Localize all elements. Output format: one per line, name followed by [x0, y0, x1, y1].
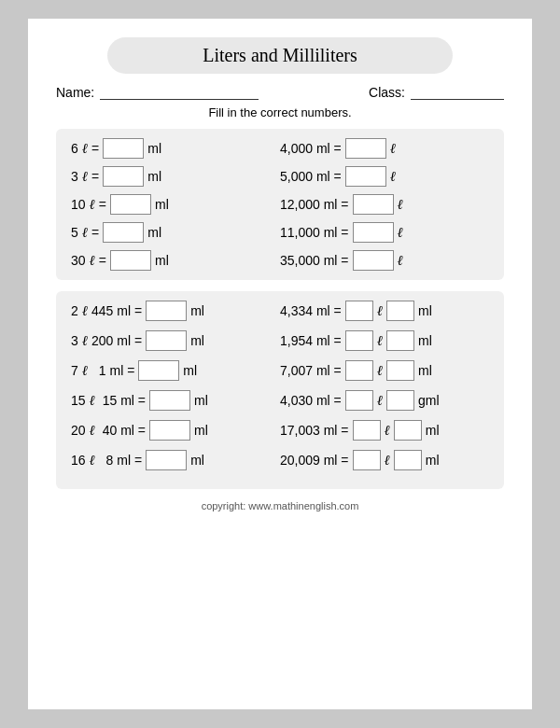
- left-col: 7 ℓ 1 ml = ml: [71, 360, 280, 381]
- left-col: 20 ℓ 40 ml = ml: [71, 420, 280, 441]
- name-field[interactable]: [100, 85, 259, 100]
- s2r1-right-ans1[interactable]: [345, 301, 373, 321]
- s2r4-right-ans2[interactable]: [386, 390, 414, 411]
- s1r2-right-ell: ℓ: [390, 169, 396, 185]
- s2r5-right-ans1[interactable]: [353, 420, 381, 441]
- s1r2-left-answer[interactable]: [103, 166, 144, 187]
- s2r2-right-ans2[interactable]: [386, 330, 414, 351]
- right-col: 20,009 ml = ℓ ml: [280, 450, 489, 470]
- right-col: 17,003 ml = ℓ ml: [280, 420, 489, 441]
- s2r3-right-ans1[interactable]: [345, 360, 373, 381]
- s2r1-right-ans2[interactable]: [386, 301, 414, 321]
- s2r4-left-answer[interactable]: [149, 390, 190, 411]
- left-col: 15 ℓ 15 ml = ml: [71, 390, 280, 411]
- s2r4-left-pre2: 15 ml =: [99, 393, 146, 408]
- title: Liters and Milliliters: [203, 45, 357, 65]
- s1r2-left-ell: ℓ: [82, 169, 88, 185]
- s2r5-right-pre: 17,003 ml =: [280, 423, 349, 438]
- s2r1-right-pre: 4,334 ml =: [280, 303, 342, 318]
- table-row: 16 ℓ 8 ml = ml 20,009 ml = ℓ ml: [71, 450, 489, 470]
- s2r6-left-suffix: ml: [190, 453, 204, 468]
- table-row: 10 ℓ = ml 12,000 ml = ℓ: [71, 194, 489, 215]
- s1r3-left-ell: ℓ: [90, 197, 95, 213]
- s2r3-left-answer[interactable]: [138, 360, 179, 381]
- right-col: 4,000 ml = ℓ: [280, 138, 489, 159]
- table-row: 15 ℓ 15 ml = ml 4,030 ml = ℓ gml: [71, 390, 489, 411]
- s1r1-left-ell: ℓ: [82, 141, 88, 157]
- table-row: 30 ℓ = ml 35,000 ml = ℓ: [71, 250, 489, 271]
- left-col: 16 ℓ 8 ml = ml: [71, 450, 280, 470]
- s2r1-left-ell: ℓ: [82, 303, 88, 319]
- s1r3-left-answer[interactable]: [110, 194, 151, 215]
- s2r2-left-pre1: 3: [71, 333, 78, 348]
- s1r4-left-eq: =: [91, 225, 99, 240]
- left-col: 2 ℓ 445 ml = ml: [71, 301, 280, 321]
- s2r5-left-answer[interactable]: [149, 420, 190, 441]
- left-col: 10 ℓ = ml: [71, 194, 280, 215]
- s2r6-left-ell: ℓ: [90, 453, 95, 469]
- name-class-row: Name: Class:: [56, 85, 504, 100]
- s2r6-right-ans1[interactable]: [353, 450, 381, 470]
- class-label: Class:: [369, 85, 405, 100]
- s2r4-right-ell: ℓ: [377, 393, 383, 409]
- s2r1-right-ell: ℓ: [377, 303, 383, 319]
- s1r2-right-prefix: 5,000 ml =: [280, 169, 342, 184]
- s2r4-left-ell: ℓ: [90, 393, 95, 409]
- s1r5-right-prefix: 35,000 ml =: [280, 253, 349, 268]
- s1r4-right-answer[interactable]: [353, 222, 394, 243]
- s2r1-left-suffix: ml: [190, 303, 204, 318]
- s1r4-left-suffix: ml: [147, 225, 161, 240]
- s2r4-left-suffix: ml: [194, 393, 208, 408]
- s2r5-left-pre1: 20: [71, 423, 86, 438]
- s1r3-right-answer[interactable]: [353, 194, 394, 215]
- s2r2-right-pre: 1,954 ml =: [280, 333, 342, 348]
- s1r4-left-prefix: 5: [71, 225, 78, 240]
- s2r5-right-ans2[interactable]: [394, 420, 422, 441]
- s2r5-left-suffix: ml: [194, 423, 208, 438]
- s1r2-left-prefix: 3: [71, 169, 78, 184]
- s2r4-right-ans1[interactable]: [345, 390, 373, 411]
- s1r1-left-eq: =: [91, 141, 99, 156]
- class-field[interactable]: [411, 85, 504, 100]
- s1r5-right-ell: ℓ: [398, 253, 403, 269]
- s2r6-left-pre2: 8 ml =: [99, 453, 142, 468]
- s1r3-left-eq: =: [99, 197, 106, 212]
- instruction: Fill in the correct numbers.: [56, 105, 504, 119]
- s2r6-left-answer[interactable]: [146, 450, 187, 470]
- s2r6-right-suffix: ml: [426, 453, 440, 468]
- s2r2-right-suffix: ml: [418, 333, 432, 348]
- s1r3-right-prefix: 12,000 ml =: [280, 197, 349, 212]
- s2r2-left-answer[interactable]: [146, 330, 187, 351]
- s1r4-left-answer[interactable]: [103, 222, 144, 243]
- s2r6-left-pre1: 16: [71, 453, 86, 468]
- s1r2-right-answer[interactable]: [345, 166, 386, 187]
- s2r4-right-pre: 4,030 ml =: [280, 393, 342, 408]
- s1r3-left-prefix: 10: [71, 197, 86, 212]
- s2r1-left-answer[interactable]: [146, 301, 187, 321]
- table-row: 7 ℓ 1 ml = ml 7,007 ml = ℓ ml: [71, 360, 489, 381]
- s1r1-right-prefix: 4,000 ml =: [280, 141, 342, 156]
- s2r1-left-pre1: 2: [71, 303, 78, 318]
- right-col: 5,000 ml = ℓ: [280, 166, 489, 187]
- s2r4-right-suffix: gml: [418, 393, 440, 408]
- s2r1-left-pre2: 445 ml =: [91, 303, 142, 318]
- table-row: 20 ℓ 40 ml = ml 17,003 ml = ℓ ml: [71, 420, 489, 441]
- s2r6-right-ans2[interactable]: [394, 450, 422, 470]
- left-col: 6 ℓ = ml: [71, 138, 280, 159]
- s1r5-left-eq: =: [99, 253, 106, 268]
- s1r1-right-answer[interactable]: [345, 138, 386, 159]
- table-row: 5 ℓ = ml 11,000 ml = ℓ: [71, 222, 489, 243]
- s1r5-left-answer[interactable]: [110, 250, 151, 271]
- s2r2-left-pre2: 200 ml =: [91, 333, 142, 348]
- s1r2-left-suffix: ml: [147, 169, 161, 184]
- s1r1-left-answer[interactable]: [103, 138, 144, 159]
- right-col: 35,000 ml = ℓ: [280, 250, 489, 271]
- s2r6-right-pre: 20,009 ml =: [280, 453, 349, 468]
- s2r3-right-ans2[interactable]: [386, 360, 414, 381]
- right-col: 4,030 ml = ℓ gml: [280, 390, 489, 411]
- left-col: 5 ℓ = ml: [71, 222, 280, 243]
- s2r2-right-ans1[interactable]: [345, 330, 373, 351]
- s1r5-right-answer[interactable]: [353, 250, 394, 271]
- s2r3-left-suffix: ml: [183, 363, 197, 378]
- s1r1-left-suffix: ml: [147, 141, 161, 156]
